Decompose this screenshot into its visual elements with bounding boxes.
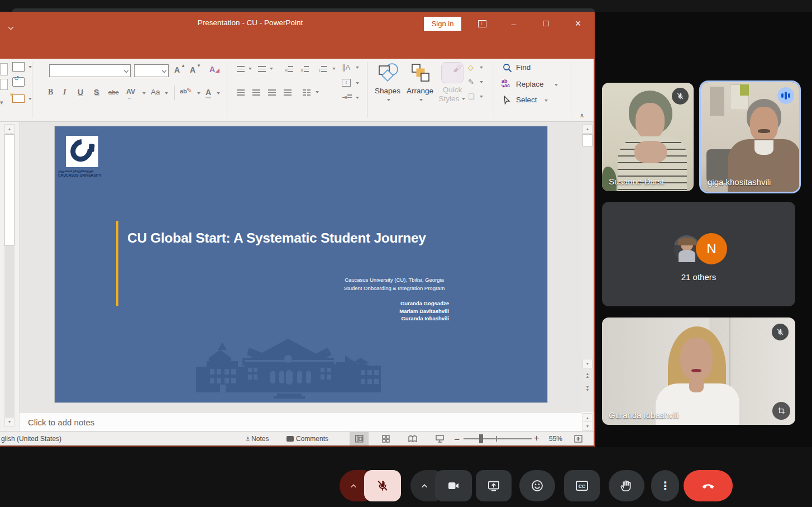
- text-direction-button[interactable]: ∥A: [342, 63, 350, 72]
- participant-tile-giga-khositashvili[interactable]: giga khositashvili: [699, 80, 801, 193]
- character-spacing-button[interactable]: AV: [126, 88, 135, 96]
- notes-toggle-button[interactable]: ≜ Notes: [246, 435, 269, 443]
- find-button[interactable]: Find: [503, 63, 512, 75]
- close-button[interactable]: ×: [570, 17, 586, 30]
- notes-placeholder[interactable]: Click to add notes: [28, 418, 94, 427]
- previous-slide-button[interactable]: ▲▲: [584, 372, 591, 378]
- ribbon-display-options-button[interactable]: [474, 17, 490, 30]
- align-left-button[interactable]: [237, 88, 245, 98]
- shrink-font-button[interactable]: A: [190, 65, 195, 74]
- slide-thumbnails-panel[interactable]: ▲ ▼: [0, 122, 20, 431]
- group-divider: [571, 62, 571, 118]
- font-name-combobox[interactable]: [49, 64, 131, 77]
- sign-in-button[interactable]: Sign in: [424, 17, 461, 31]
- normal-view-button[interactable]: [350, 432, 369, 446]
- zoom-in-button[interactable]: +: [534, 433, 539, 443]
- participant-tile-susanne-durst[interactable]: Susanne Durst: [602, 83, 694, 191]
- participant-tile-guranda-iobashvili[interactable]: Guranda Iobashvili: [602, 318, 795, 425]
- line-spacing-button[interactable]: ↕: [318, 64, 327, 74]
- minimize-button[interactable]: –: [505, 17, 522, 30]
- highlight-color-button[interactable]: ab: [180, 88, 187, 94]
- italic-button[interactable]: I: [63, 88, 66, 97]
- mic-options-button[interactable]: [340, 470, 367, 501]
- ribbon-tab-row: nsert Design Transitions Animations Slid…: [0, 34, 594, 59]
- font-size-combobox[interactable]: [134, 64, 169, 77]
- zoom-slider-thumb[interactable]: [479, 434, 483, 443]
- align-right-button[interactable]: [268, 88, 276, 98]
- camera-options-button[interactable]: [410, 470, 438, 501]
- thumbnails-scroll-up-button[interactable]: ▲: [4, 124, 15, 134]
- mic-toggle-button-muted[interactable]: [364, 470, 401, 501]
- decrease-indent-button[interactable]: «: [285, 64, 293, 74]
- justify-button[interactable]: [284, 88, 292, 98]
- bullets-button[interactable]: [237, 64, 245, 74]
- scrollbar-thumb[interactable]: [582, 134, 593, 146]
- language-status[interactable]: glish (United States): [1, 435, 61, 443]
- reactions-button[interactable]: [519, 470, 555, 501]
- grow-arrow-icon: ▲: [181, 63, 185, 68]
- columns-button[interactable]: [303, 88, 311, 98]
- partial-icon[interactable]: [0, 79, 8, 90]
- slide-sorter-view-button[interactable]: [376, 432, 395, 446]
- grow-font-button[interactable]: A: [174, 65, 180, 74]
- comments-toggle-button[interactable]: Comments: [286, 435, 328, 443]
- more-options-button[interactable]: ⋮: [651, 470, 679, 501]
- maximize-button[interactable]: □: [538, 17, 555, 30]
- align-text-button[interactable]: ↕: [342, 79, 351, 87]
- thumbnails-scrollbar-thumb[interactable]: [4, 134, 15, 246]
- arrange-button[interactable]: Arrange: [403, 87, 437, 95]
- quick-styles-button-line2[interactable]: Styles: [433, 94, 465, 103]
- convert-smartart-button[interactable]: ⇥: [342, 93, 352, 101]
- partial-icon[interactable]: [0, 63, 8, 75]
- shape-fill-icon[interactable]: ◇: [468, 63, 474, 72]
- section-icon[interactable]: ✳: [12, 94, 25, 103]
- select-button[interactable]: Select: [503, 96, 510, 107]
- slide[interactable]: კავკასიის უნივერსიტეტი CAUCASUS UNIVERSI…: [55, 126, 547, 402]
- thumbnails-scroll-down-button[interactable]: ▼: [4, 417, 15, 427]
- layout-icon[interactable]: [12, 62, 25, 72]
- raise-hand-button[interactable]: [609, 470, 644, 501]
- underline-button[interactable]: U: [78, 88, 83, 97]
- quick-styles-button[interactable]: Quick: [437, 86, 468, 94]
- align-center-button[interactable]: [252, 88, 260, 98]
- zoom-level[interactable]: 55%: [549, 435, 562, 443]
- collapse-ribbon-button[interactable]: ∧: [580, 112, 584, 119]
- reset-slide-icon[interactable]: ↺: [12, 77, 25, 87]
- next-slide-button[interactable]: ▼▼: [584, 386, 591, 391]
- scroll-down-button[interactable]: ▼: [582, 359, 593, 368]
- change-case-button[interactable]: Aa: [151, 88, 160, 96]
- notes-pane[interactable]: Click to add notes: [20, 412, 582, 431]
- reading-view-button[interactable]: [403, 432, 422, 446]
- shapes-button[interactable]: Shapes: [370, 87, 405, 95]
- slide-show-view-button[interactable]: [430, 432, 449, 446]
- canvas-scrollbar[interactable]: ▲ ▼ ▲▲ ▼▼: [582, 122, 594, 412]
- strikethrough-button[interactable]: abc: [108, 89, 119, 96]
- dropdown-arrow-icon: [142, 92, 146, 94]
- camera-toggle-button[interactable]: [435, 470, 472, 501]
- thumbnails-scrollbar-track[interactable]: [4, 246, 15, 418]
- text-shadow-button[interactable]: S: [94, 88, 99, 97]
- replace-button[interactable]: ab⤷ac Replace: [501, 79, 510, 89]
- scroll-up-button[interactable]: ▲: [582, 124, 593, 134]
- quick-access-toolbar-chevron-icon[interactable]: [9, 21, 13, 31]
- end-call-button[interactable]: [684, 470, 733, 501]
- numbering-button[interactable]: [258, 64, 266, 74]
- captions-button[interactable]: CC: [564, 470, 600, 501]
- notes-scroll-down-button[interactable]: ▼: [582, 421, 593, 431]
- shape-effects-icon[interactable]: ❑: [468, 92, 475, 101]
- notes-scrollbar[interactable]: ▲ ▼: [582, 413, 594, 431]
- crop-video-button[interactable]: [772, 402, 790, 420]
- overflow-participants-tile[interactable]: N 21 others: [602, 202, 795, 306]
- zoom-out-button[interactable]: –: [455, 434, 459, 443]
- powerpoint-titlebar: Presentation - CU - PowerPoint Sign in –…: [0, 12, 594, 34]
- increase-indent-button[interactable]: »: [300, 64, 309, 74]
- shape-outline-icon[interactable]: ✎: [468, 78, 474, 86]
- partial-dropdown[interactable]: ▾: [0, 99, 3, 106]
- present-screen-button[interactable]: [476, 470, 512, 501]
- bold-button[interactable]: B: [48, 88, 53, 97]
- clear-formatting-button[interactable]: A◢: [209, 65, 219, 74]
- font-color-button[interactable]: A: [206, 88, 211, 98]
- fit-to-window-button[interactable]: [570, 432, 586, 446]
- zoom-slider-track[interactable]: [464, 438, 532, 439]
- dropdown-arrow-icon: [356, 67, 359, 69]
